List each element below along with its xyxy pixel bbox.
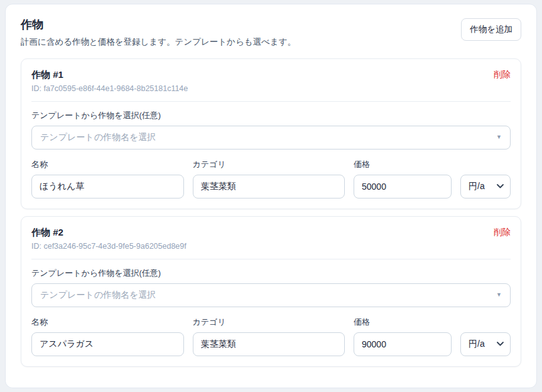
crop-card-id: ID: fa7c0595-e86f-44e1-9684-8b25181c114e [31,84,188,93]
unit-select-value: 円/a [469,339,485,350]
price-label: 価格 [354,159,452,170]
name-label: 名称 [31,159,184,170]
name-input[interactable] [31,175,184,199]
crop-card: 作物 #1 ID: fa7c0595-e86f-44e1-9684-8b2518… [21,58,521,209]
unit-select-value: 円/a [469,181,485,192]
name-input[interactable] [31,332,184,356]
section-header: 作物 計画に含める作物と価格を登録します。テンプレートからも選べます。 作物を追… [21,18,521,48]
price-input[interactable] [354,175,452,199]
crop-card: 作物 #2 ID: cef3a246-95c7-4e3d-9fe5-9a6205… [21,216,521,367]
template-select-placeholder: テンプレートの作物名を選択 [40,132,156,143]
template-select-label: テンプレートから作物を選択(任意) [31,110,511,121]
crops-section: 作物 計画に含める作物と価格を登録します。テンプレートからも選べます。 作物を追… [5,4,537,388]
name-label: 名称 [31,317,184,328]
card-divider [31,259,511,259]
card-divider [31,101,511,102]
category-label: カテゴリ [193,317,345,328]
crop-card-title: 作物 #2 [31,227,187,239]
page-subtitle: 計画に含める作物と価格を登録します。テンプレートからも選べます。 [21,36,296,48]
template-select-label: テンプレートから作物を選択(任意) [31,268,511,279]
price-label: 価格 [354,317,452,328]
category-input[interactable] [193,175,345,199]
delete-crop-button[interactable]: 削除 [494,69,511,80]
crop-card-id: ID: cef3a246-95c7-4e3d-9fe5-9a6205ed8e9f [31,242,187,251]
chevron-down-icon [497,184,504,188]
unit-select[interactable]: 円/a [460,332,511,356]
category-input[interactable] [193,332,345,356]
chevron-down-icon [497,342,504,346]
template-select[interactable]: テンプレートの作物名を選択 ▼ [31,126,511,150]
crop-card-list: 作物 #1 ID: fa7c0595-e86f-44e1-9684-8b2518… [21,58,521,367]
price-input[interactable] [354,332,452,356]
crop-card-title: 作物 #1 [31,69,188,81]
template-select[interactable]: テンプレートの作物名を選択 ▼ [31,283,511,307]
dropdown-triangle-icon: ▼ [496,292,502,298]
unit-select[interactable]: 円/a [460,175,511,199]
delete-crop-button[interactable]: 削除 [494,227,511,238]
add-crop-button[interactable]: 作物を追加 [461,18,521,41]
dropdown-triangle-icon: ▼ [496,134,502,140]
page-title: 作物 [21,18,296,32]
template-select-placeholder: テンプレートの作物名を選択 [40,290,156,301]
category-label: カテゴリ [193,159,345,170]
